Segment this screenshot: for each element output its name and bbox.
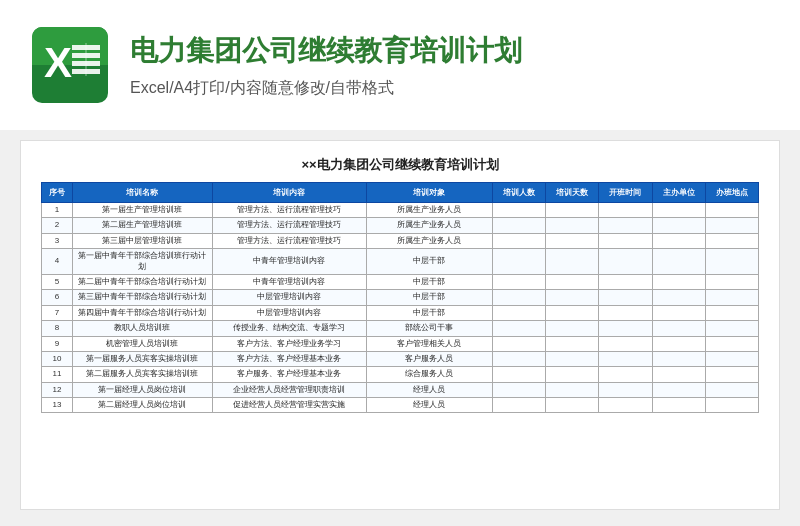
table-row: 8教职人员培训班传授业务、结构交流、专题学习部统公司干事 [42,321,759,336]
svg-text:X: X [44,39,72,86]
cell-12-1: 第二届经理人员岗位培训 [72,398,212,413]
cell-7-7 [652,321,705,336]
cell-11-0: 12 [42,382,73,397]
cell-4-8 [705,274,758,289]
cell-11-1: 第一届经理人员岗位培训 [72,382,212,397]
cell-5-4 [492,290,545,305]
cell-0-4 [492,203,545,218]
th-office: 办班地点 [705,183,758,203]
cell-6-4 [492,305,545,320]
cell-7-4 [492,321,545,336]
cell-6-6 [599,305,652,320]
cell-12-0: 13 [42,398,73,413]
cell-6-8 [705,305,758,320]
table-row: 11第二届服务人员宾客实操培训班客户服务、客户经理基本业务综合服务人员 [42,367,759,382]
cell-9-0: 10 [42,351,73,366]
cell-3-8 [705,249,758,275]
cell-6-7 [652,305,705,320]
cell-0-3: 所属生产业务人员 [366,203,492,218]
cell-2-7 [652,233,705,248]
cell-0-7 [652,203,705,218]
cell-2-0: 3 [42,233,73,248]
cell-9-3: 客户服务人员 [366,351,492,366]
doc-title: ××电力集团公司继续教育培训计划 [41,156,759,174]
table-row: 13第二届经理人员岗位培训促进经营人员经营管理实营实施经理人员 [42,398,759,413]
cell-2-5 [546,233,599,248]
cell-0-5 [546,203,599,218]
table-row: 5第二届中青年干部综合培训行动计划中青年管理培训内容中层干部 [42,274,759,289]
cell-4-6 [599,274,652,289]
cell-0-1: 第一届生产管理培训班 [72,203,212,218]
cell-9-2: 客户方法、客户经理基本业务 [212,351,366,366]
cell-9-8 [705,351,758,366]
cell-1-2: 管理方法、运行流程管理技巧 [212,218,366,233]
cell-8-0: 9 [42,336,73,351]
cell-5-1: 第三届中青年干部综合培训行动计划 [72,290,212,305]
cell-7-5 [546,321,599,336]
cell-2-2: 管理方法、运行流程管理技巧 [212,233,366,248]
cell-3-6 [599,249,652,275]
cell-5-7 [652,290,705,305]
th-days: 培训天数 [546,183,599,203]
cell-0-8 [705,203,758,218]
cell-12-4 [492,398,545,413]
cell-4-4 [492,274,545,289]
cell-10-0: 11 [42,367,73,382]
cell-1-8 [705,218,758,233]
cell-2-1: 第三届中层管理培训班 [72,233,212,248]
cell-11-7 [652,382,705,397]
cell-10-1: 第二届服务人员宾客实操培训班 [72,367,212,382]
cell-7-6 [599,321,652,336]
content-area: ××电力集团公司继续教育培训计划 序号 培训名称 培训内容 培训对象 培训人数 … [20,140,780,510]
th-name: 培训名称 [72,183,212,203]
cell-1-0: 2 [42,218,73,233]
th-seq: 序号 [42,183,73,203]
cell-10-3: 综合服务人员 [366,367,492,382]
th-time: 开班时间 [599,183,652,203]
cell-1-7 [652,218,705,233]
cell-2-8 [705,233,758,248]
cell-6-0: 7 [42,305,73,320]
cell-11-4 [492,382,545,397]
cell-11-2: 企业经营人员经营管理职责培训 [212,382,366,397]
cell-9-4 [492,351,545,366]
cell-10-7 [652,367,705,382]
cell-11-6 [599,382,652,397]
cell-3-7 [652,249,705,275]
cell-2-3: 所属生产业务人员 [366,233,492,248]
th-target: 培训对象 [366,183,492,203]
cell-5-6 [599,290,652,305]
cell-4-3: 中层干部 [366,274,492,289]
cell-12-6 [599,398,652,413]
cell-4-1: 第二届中青年干部综合培训行动计划 [72,274,212,289]
cell-10-5 [546,367,599,382]
cell-7-1: 教职人员培训班 [72,321,212,336]
cell-4-5 [546,274,599,289]
cell-2-6 [599,233,652,248]
cell-12-8 [705,398,758,413]
cell-5-0: 6 [42,290,73,305]
table-row: 4第一届中青年干部综合培训班行动计划中青年管理培训内容中层干部 [42,249,759,275]
cell-3-5 [546,249,599,275]
cell-3-4 [492,249,545,275]
cell-10-4 [492,367,545,382]
cell-1-3: 所属生产业务人员 [366,218,492,233]
cell-10-2: 客户服务、客户经理基本业务 [212,367,366,382]
cell-12-3: 经理人员 [366,398,492,413]
table-row: 6第三届中青年干部综合培训行动计划中层管理培训内容中层干部 [42,290,759,305]
cell-5-2: 中层管理培训内容 [212,290,366,305]
cell-8-6 [599,336,652,351]
cell-9-7 [652,351,705,366]
cell-7-0: 8 [42,321,73,336]
training-table: 序号 培训名称 培训内容 培训对象 培训人数 培训天数 开班时间 主办单位 办班… [41,182,759,413]
cell-12-7 [652,398,705,413]
cell-11-5 [546,382,599,397]
cell-3-1: 第一届中青年干部综合培训班行动计划 [72,249,212,275]
th-content: 培训内容 [212,183,366,203]
cell-7-8 [705,321,758,336]
cell-1-1: 第二届生产管理培训班 [72,218,212,233]
cell-11-8 [705,382,758,397]
th-count: 培训人数 [492,183,545,203]
cell-8-5 [546,336,599,351]
table-row: 12第一届经理人员岗位培训企业经营人员经营管理职责培训经理人员 [42,382,759,397]
